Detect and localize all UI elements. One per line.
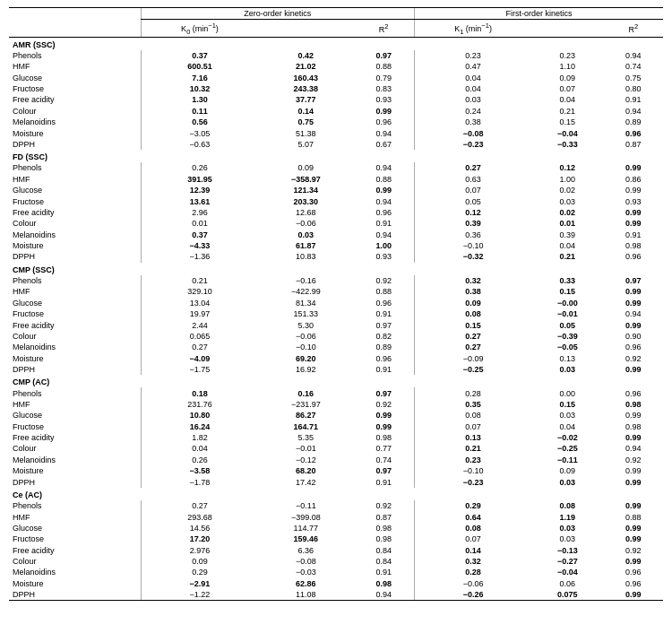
sample-cell: HMF	[9, 61, 141, 72]
sample-cell: Moisture	[9, 127, 141, 138]
r2-1-cell: 0.91	[354, 567, 415, 577]
k1-cell: 0.38	[414, 117, 531, 127]
c0-2-cell: 0.03	[531, 364, 603, 375]
k1-cell: 0.05	[414, 195, 531, 206]
table-row: Glucose7.16160.430.790.040.090.75	[9, 72, 663, 82]
r2-1-cell: 0.97	[354, 387, 415, 398]
c0-1-cell: 243.38	[258, 83, 353, 94]
sample-cell: Free acidity	[9, 94, 141, 105]
c0-2-cell: 0.15	[531, 286, 603, 297]
k0-cell: 231.76	[141, 399, 258, 410]
c0-2-cell: −0.02	[531, 432, 603, 443]
k1-cell: 0.24	[414, 106, 531, 117]
k1-cell: 0.63	[414, 174, 531, 185]
k0-cell: 0.27	[141, 342, 258, 352]
sample-cell: Free acidity	[9, 207, 141, 218]
section-title: CMP (SSC)	[9, 263, 663, 275]
r2-2-cell: 0.86	[603, 174, 663, 185]
c0-1-cell: 164.71	[258, 421, 353, 432]
r2-2-cell: 0.99	[603, 465, 663, 476]
c0-2-cell: −0.01	[531, 308, 603, 319]
sample-cell: Free acidity	[9, 432, 141, 443]
c0-2-cell: 0.02	[531, 185, 603, 195]
r2-1-cell: 0.98	[354, 534, 415, 544]
r2-2-cell: 0.99	[603, 298, 663, 308]
r2-2-cell: 0.74	[603, 61, 663, 72]
table-row: Colour0.04−0.010.770.21−0.250.94	[9, 443, 663, 454]
c0-1-cell: 5.30	[258, 319, 353, 330]
sample-cell: Melanoidins	[9, 567, 141, 577]
k0-cell: 13.04	[141, 298, 258, 308]
c0-1-cell: 0.03	[258, 230, 353, 240]
k1-cell: 0.08	[414, 308, 531, 319]
r2-2-cell: 0.96	[603, 342, 663, 352]
r2-2-cell: 0.96	[603, 127, 663, 138]
r2-1-cell: 0.96	[354, 352, 415, 363]
k1-cell: 0.15	[414, 319, 531, 330]
r2-1-cell: 0.91	[354, 364, 415, 375]
r2-1-cell: 1.00	[354, 240, 415, 251]
k0-cell: −1.36	[141, 251, 258, 262]
k1-cell: 0.12	[414, 207, 531, 218]
c0-2-cell: 0.09	[531, 72, 603, 82]
r2-2-cell: 0.99	[603, 476, 663, 487]
r2-1-cell: 0.91	[354, 218, 415, 229]
c0-1-cell: 21.02	[258, 61, 353, 72]
section-header-row: AMR (SSC)	[9, 37, 663, 50]
table-row: Moisture−3.5868.200.97−0.100.090.99	[9, 465, 663, 476]
c0-2-cell: −0.33	[531, 139, 603, 150]
r2-2-cell: 0.99	[603, 432, 663, 443]
c0-1-cell: −422.99	[258, 286, 353, 297]
c0-1-cell: 12.68	[258, 207, 353, 218]
c0-1-cell: 11.08	[258, 589, 353, 601]
k1-cell: −0.06	[414, 578, 531, 589]
r2-1-cell: 0.91	[354, 308, 415, 319]
table-row: Melanoidins0.27−0.100.890.27−0.050.96	[9, 342, 663, 352]
r2-1-cell: 0.93	[354, 251, 415, 262]
r2-1-cell: 0.84	[354, 544, 415, 555]
table-row: Free acidity1.825.350.980.13−0.020.99	[9, 432, 663, 443]
k0-cell: 10.32	[141, 83, 258, 94]
sample-cell: Colour	[9, 218, 141, 229]
section-title: Ce (AC)	[9, 488, 663, 500]
k1-cell: 0.14	[414, 544, 531, 555]
k1-cell: 0.04	[414, 83, 531, 94]
sample-cell: HMF	[9, 174, 141, 185]
c0-2-cell: 0.01	[531, 218, 603, 229]
k1-cell: −0.26	[414, 589, 531, 601]
table-row: HMF391.95−358.970.880.631.000.86	[9, 174, 663, 185]
r2-1-cell: 0.91	[354, 476, 415, 487]
k0-cell: −3.58	[141, 465, 258, 476]
k1-cell: 0.32	[414, 275, 531, 286]
k1-cell: 0.47	[414, 61, 531, 72]
c0-2-cell: 0.00	[531, 387, 603, 398]
sample-cell: Fructose	[9, 534, 141, 544]
k1-cell: 0.08	[414, 410, 531, 421]
c0-1-cell: 16.92	[258, 364, 353, 375]
sample-cell: HMF	[9, 511, 141, 522]
c0-2-cell: 0.23	[531, 50, 603, 61]
table-row: DPPH−1.3610.830.93−0.320.210.96	[9, 251, 663, 262]
r2-1-cell: 0.77	[354, 443, 415, 454]
table-row: HMF231.76−231.970.920.350.150.98	[9, 399, 663, 410]
table-row: HMF329.10−422.990.880.380.150.99	[9, 286, 663, 297]
k1-cell: 0.21	[414, 443, 531, 454]
k1-cell: 0.09	[414, 298, 531, 308]
r2-1-cell: 0.82	[354, 331, 415, 342]
k0-cell: 0.37	[141, 230, 258, 240]
c0-2-cell: −0.05	[531, 342, 603, 352]
table-row: Melanoidins0.370.030.940.360.390.91	[9, 230, 663, 240]
k1-cell: −0.25	[414, 364, 531, 375]
sample-cell: Phenols	[9, 500, 141, 511]
r2-1-cell: 0.93	[354, 94, 415, 105]
r2-2-header: R2	[603, 20, 663, 37]
k0-cell: 0.18	[141, 387, 258, 398]
r2-1-cell: 0.94	[354, 127, 415, 138]
r2-1-cell: 0.94	[354, 162, 415, 173]
r2-2-cell: 0.99	[603, 286, 663, 297]
r2-2-cell: 0.92	[603, 455, 663, 465]
table-row: Colour0.01−0.060.910.390.010.99	[9, 218, 663, 229]
r2-2-cell: 0.99	[603, 410, 663, 421]
r2-1-cell: 0.88	[354, 174, 415, 185]
c0-1-cell: −0.06	[258, 331, 353, 342]
